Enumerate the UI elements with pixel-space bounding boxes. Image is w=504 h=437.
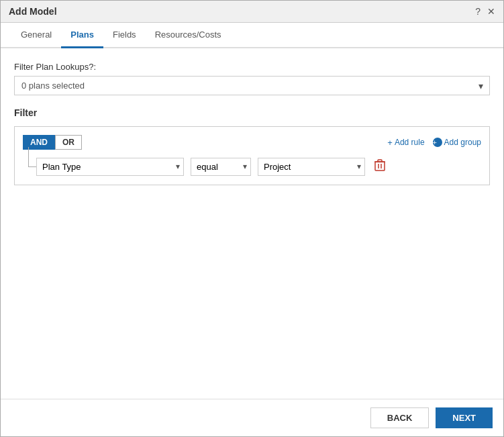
operator-select[interactable]: equal — [191, 158, 251, 176]
tab-fields[interactable]: Fields — [103, 23, 146, 48]
plans-dropdown-wrapper: 0 plans selected — [14, 76, 490, 95]
filter-section-label: Filter — [14, 107, 490, 118]
delete-rule-button[interactable] — [372, 156, 388, 177]
content-area: Filter Plan Lookups?: 0 plans selected F… — [1, 48, 503, 399]
value-select-wrapper: Project — [258, 158, 365, 176]
add-rule-button[interactable]: + Add rule — [387, 138, 424, 148]
dialog-controls: ? ✕ — [475, 6, 495, 17]
dialog-title: Add Model — [9, 6, 57, 17]
add-model-dialog: Add Model ? ✕ General Plans Fields Resou… — [0, 0, 504, 437]
value-select[interactable]: Project — [258, 158, 365, 176]
operator-select-wrapper: equal — [191, 158, 251, 176]
tab-general[interactable]: General — [11, 23, 61, 48]
plus-icon: + — [387, 138, 393, 148]
filter-actions: + Add rule + Add group — [387, 138, 481, 148]
tab-plans[interactable]: Plans — [61, 23, 103, 48]
tabs-bar: General Plans Fields Resources/Costs — [1, 23, 503, 48]
filter-plan-lookups-label: Filter Plan Lookups?: — [14, 62, 490, 72]
field-select-wrapper: Plan Type — [36, 158, 184, 176]
help-icon[interactable]: ? — [475, 6, 481, 17]
field-select[interactable]: Plan Type — [36, 158, 184, 176]
filter-box: AND OR + Add rule + Add group — [14, 126, 490, 185]
dialog-body: General Plans Fields Resources/Costs Fil… — [1, 23, 503, 399]
filter-rule-row: Plan Type equal Project — [23, 156, 481, 177]
svg-rect-4 — [378, 160, 382, 162]
filter-header: AND OR + Add rule + Add group — [23, 135, 481, 150]
dialog-footer: BACK NEXT — [1, 399, 503, 436]
logic-buttons: AND OR — [23, 135, 82, 150]
close-icon[interactable]: ✕ — [487, 6, 495, 17]
add-rule-label: Add rule — [395, 138, 425, 147]
svg-rect-0 — [375, 162, 385, 171]
add-group-label: Add group — [444, 138, 481, 147]
dialog-header: Add Model ? ✕ — [1, 1, 503, 23]
tab-resources-costs[interactable]: Resources/Costs — [146, 23, 231, 48]
circle-plus-icon: + — [433, 138, 442, 147]
next-button[interactable]: NEXT — [436, 407, 493, 428]
or-button[interactable]: OR — [55, 135, 82, 150]
rule-connector — [23, 156, 35, 177]
add-group-button[interactable]: + Add group — [433, 138, 481, 147]
back-button[interactable]: BACK — [370, 407, 430, 428]
plans-dropdown[interactable]: 0 plans selected — [14, 76, 490, 95]
